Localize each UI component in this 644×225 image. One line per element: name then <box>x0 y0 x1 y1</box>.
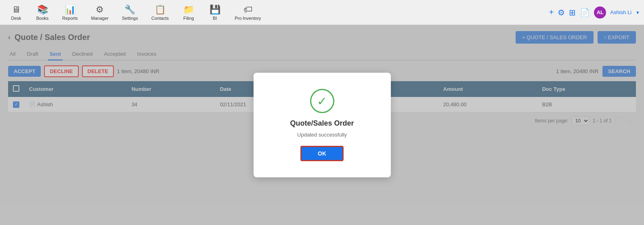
modal-title: Quote/Sales Order <box>290 119 354 128</box>
gear-icon[interactable]: ⚙ <box>558 8 565 17</box>
grid-icon[interactable]: ⊞ <box>569 8 576 17</box>
nav-item-books[interactable]: 📚 Books <box>30 2 55 23</box>
nav-label-filing: Filing <box>183 16 194 21</box>
nav-item-reports[interactable]: 📊 Reports <box>57 2 84 23</box>
filing-icon: 📁 <box>183 4 194 15</box>
nav-label-reports: Reports <box>62 16 78 21</box>
nav-item-settings[interactable]: 🔧 Settings <box>116 2 144 23</box>
nav-label-pro-inventory: Pro Inventory <box>235 16 261 21</box>
top-nav: 🖥 Desk 📚 Books 📊 Reports ⚙ Manager 🔧 Set… <box>0 0 644 25</box>
modal-subtitle: Updated successfully <box>297 132 347 138</box>
desk-icon: 🖥 <box>12 4 21 15</box>
nav-label-bi: BI <box>213 16 217 21</box>
nav-item-pro-inventory[interactable]: 🏷 Pro Inventory <box>229 2 266 23</box>
reports-icon: 📊 <box>65 4 76 15</box>
document-icon[interactable]: 📄 <box>580 8 590 17</box>
nav-label-desk: Desk <box>11 16 21 21</box>
nav-item-bi[interactable]: 💾 BI <box>203 2 227 23</box>
modal: ✓ Quote/Sales Order Updated successfully… <box>254 73 391 177</box>
success-icon: ✓ <box>310 89 334 113</box>
nav-label-contacts: Contacts <box>151 16 169 21</box>
add-icon[interactable]: + <box>549 8 554 17</box>
user-name[interactable]: Ashish Li <box>610 9 631 15</box>
nav-item-manager[interactable]: ⚙ Manager <box>86 2 114 23</box>
user-dropdown-arrow[interactable]: ▼ <box>636 10 640 15</box>
manager-icon: ⚙ <box>96 4 104 15</box>
avatar: AL <box>594 6 606 19</box>
contacts-icon: 📋 <box>155 4 166 15</box>
nav-items: 🖥 Desk 📚 Books 📊 Reports ⚙ Manager 🔧 Set… <box>4 2 549 23</box>
modal-ok-button[interactable]: OK <box>300 146 344 161</box>
nav-item-filing[interactable]: 📁 Filing <box>176 2 201 23</box>
nav-label-books: Books <box>36 16 49 21</box>
modal-overlay: ✓ Quote/Sales Order Updated successfully… <box>0 25 644 225</box>
main-content: ‹ Quote / Sales Order + QUOTE / SALES OR… <box>0 25 644 225</box>
nav-item-desk[interactable]: 🖥 Desk <box>4 2 28 23</box>
nav-label-settings: Settings <box>122 16 138 21</box>
settings-icon: 🔧 <box>124 4 135 15</box>
pro-inventory-icon: 🏷 <box>243 4 252 15</box>
books-icon: 📚 <box>37 4 48 15</box>
nav-label-manager: Manager <box>91 16 109 21</box>
nav-right: + ⚙ ⊞ 📄 AL Ashish Li ▼ <box>549 6 640 19</box>
bi-icon: 💾 <box>210 4 220 15</box>
nav-item-contacts[interactable]: 📋 Contacts <box>146 2 174 23</box>
